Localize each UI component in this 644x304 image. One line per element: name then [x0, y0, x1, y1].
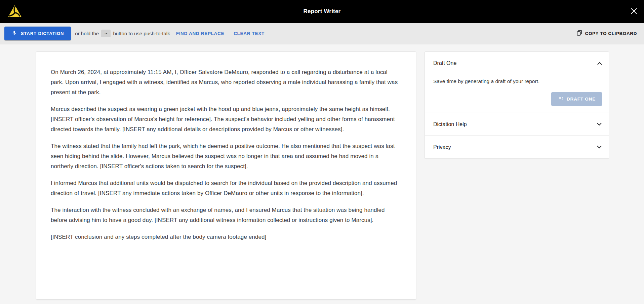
copy-to-clipboard-button[interactable]: COPY TO CLIPBOARD — [576, 27, 638, 40]
copy-to-clipboard-label: COPY TO CLIPBOARD — [585, 31, 637, 36]
report-paragraph: [INSERT conclusion and any steps complet… — [51, 232, 401, 242]
start-dictation-label: START DICTATION — [21, 31, 64, 36]
chevron-down-icon — [597, 146, 602, 149]
report-paragraph: On March 26, 2024, at approximately 11:1… — [51, 67, 401, 98]
draft-one-button-label: DRAFT ONE — [567, 97, 596, 102]
report-paragraph: The interaction with the witness conclud… — [51, 205, 401, 225]
draft-one-section: Draft One Save time by generating a draf… — [425, 52, 609, 113]
help-panel: Draft One Save time by generating a draf… — [425, 51, 609, 159]
push-to-talk-hint: or hold the ~ button to use push-to-talk — [75, 30, 170, 37]
find-and-replace-button[interactable]: FIND AND REPLACE — [175, 28, 225, 39]
close-icon — [630, 7, 638, 16]
page-title: Report Writer — [0, 0, 644, 23]
sparkle-icon — [558, 96, 564, 103]
report-text-editor[interactable]: On March 26, 2024, at approximately 11:1… — [36, 51, 416, 300]
report-paragraph: The witness stated that the family had l… — [51, 141, 401, 172]
push-to-talk-suffix: button to use push-to-talk — [113, 31, 170, 36]
clear-text-button[interactable]: CLEAR TEXT — [233, 28, 265, 39]
microphone-icon — [11, 30, 17, 37]
toolbar: START DICTATION or hold the ~ button to … — [0, 23, 644, 44]
accordion-privacy[interactable]: Privacy — [425, 136, 609, 158]
tilde-key-badge: ~ — [101, 30, 111, 37]
draft-one-button[interactable]: DRAFT ONE — [551, 92, 602, 106]
draft-one-accordion-header[interactable]: Draft One — [433, 60, 602, 66]
top-bar: Report Writer — [0, 0, 644, 23]
dictation-help-label: Dictation Help — [433, 121, 467, 127]
chevron-up-icon — [597, 62, 602, 65]
report-paragraph: I informed Marcus that additional units … — [51, 178, 401, 198]
draft-one-title: Draft One — [433, 60, 456, 66]
copy-icon — [577, 30, 582, 37]
report-paragraph: Marcus described the suspect as wearing … — [51, 104, 401, 135]
accordion-dictation-help[interactable]: Dictation Help — [425, 113, 609, 136]
start-dictation-button[interactable]: START DICTATION — [4, 27, 71, 40]
draft-one-description: Save time by generating a draft of your … — [433, 78, 602, 84]
chevron-down-icon — [597, 123, 602, 126]
privacy-label: Privacy — [433, 144, 451, 150]
close-button[interactable] — [629, 7, 639, 16]
push-to-talk-prefix: or hold the — [75, 31, 99, 36]
